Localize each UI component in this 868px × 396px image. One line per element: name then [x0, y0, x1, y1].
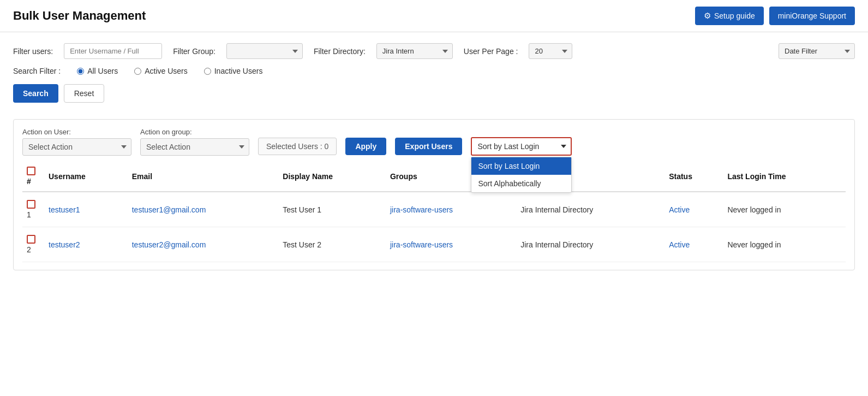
radio-all-users[interactable]: All Users [77, 67, 118, 75]
reset-button[interactable]: Reset [64, 84, 105, 103]
row-username: testuser1 [44, 192, 128, 227]
action-on-group-label: Action on group: [140, 128, 249, 136]
export-users-button[interactable]: Export Users [395, 138, 462, 155]
sort-option-alphabetically[interactable]: Sort Alphabetically [471, 175, 571, 192]
radio-active-users[interactable]: Active Users [134, 67, 188, 75]
actions-top-row: Action on User: Select Action Action on … [22, 127, 846, 156]
user-per-page-label: User Per Page : [464, 47, 518, 56]
search-filter-label: Search Filter : [13, 67, 61, 75]
sort-select[interactable]: Sort by Last Login Sort Alphabetically [471, 137, 572, 156]
row-directory: Jira Internal Directory [516, 227, 665, 262]
radio-input-all[interactable] [77, 68, 84, 75]
radio-label-inactive: Inactive Users [214, 67, 263, 75]
action-on-user-select[interactable]: Select Action [22, 138, 131, 156]
page-title: Bulk User Management [13, 9, 146, 23]
row-status: Active [665, 227, 723, 262]
actions-panel: Action on User: Select Action Action on … [13, 119, 855, 270]
row-last-login: Never logged in [723, 192, 846, 227]
action-on-user-group: Action on User: Select Action [22, 128, 131, 156]
group-link[interactable]: jira-software-users [390, 205, 453, 214]
col-username: Username [44, 161, 128, 192]
group-link[interactable]: jira-software-users [390, 240, 453, 249]
action-on-group-select[interactable]: Select Action [140, 138, 249, 156]
filter-group-select[interactable] [226, 43, 303, 59]
radio-label-active: Active Users [145, 67, 188, 75]
select-all-checkbox[interactable] [27, 167, 35, 175]
col-last-login: Last Login Time [723, 161, 846, 192]
search-buttons-row: Search Reset [13, 84, 855, 103]
row-groups: jira-software-users [386, 227, 516, 262]
user-per-page-select[interactable]: 20 [529, 43, 572, 59]
row-groups: jira-software-users [386, 192, 516, 227]
users-table: # Username Email Display Name Groups Dir… [22, 161, 846, 262]
row-display-name: Test User 1 [278, 192, 386, 227]
filter-directory-select[interactable]: Jira Intern [376, 43, 453, 59]
support-button[interactable]: miniOrange Support [769, 7, 855, 25]
row-username: testuser2 [44, 227, 128, 262]
sort-option-last-login[interactable]: Sort by Last Login [471, 157, 571, 175]
action-on-user-label: Action on User: [22, 128, 131, 136]
sort-container: Sort by Last Login Sort Alphabetically S… [471, 137, 572, 156]
setup-guide-button[interactable]: ⚙ Setup guide [695, 7, 764, 25]
row-num: 2 [27, 245, 31, 254]
table-row: 1 testuser1 testuser1@gmail.com Test Use… [22, 192, 846, 227]
radio-input-inactive[interactable] [204, 68, 211, 75]
row-directory: Jira Internal Directory [516, 192, 665, 227]
filter-directory-label: Filter Directory: [314, 47, 366, 56]
search-button[interactable]: Search [13, 84, 58, 103]
row-checkbox-cell: 2 [22, 227, 44, 262]
username-link[interactable]: testuser1 [49, 205, 80, 214]
col-num-label: # [27, 177, 31, 186]
main-content: Filter users: Filter Group: Filter Direc… [0, 32, 868, 281]
header-buttons: ⚙ Setup guide miniOrange Support [695, 7, 855, 25]
row-num: 1 [27, 210, 31, 219]
row-email: testuser2@gmail.com [128, 227, 279, 262]
col-checkbox: # [22, 161, 44, 192]
col-email: Email [128, 161, 279, 192]
filter-group-label: Filter Group: [173, 47, 215, 56]
row-status: Active [665, 192, 723, 227]
col-display-name: Display Name [278, 161, 386, 192]
username-link[interactable]: testuser2 [49, 240, 80, 249]
radio-inactive-users[interactable]: Inactive Users [204, 67, 263, 75]
action-on-group-group: Action on group: Select Action [140, 128, 249, 156]
search-filter-row: Search Filter : All Users Active Users I… [13, 67, 855, 75]
gear-icon: ⚙ [704, 11, 711, 21]
sort-dropdown: Sort by Last Login Sort Alphabetically [471, 157, 572, 193]
filter-users-input[interactable] [64, 43, 162, 59]
col-status: Status [665, 161, 723, 192]
table-header: # Username Email Display Name Groups Dir… [22, 161, 846, 192]
row-email: testuser1@gmail.com [128, 192, 279, 227]
table-row: 2 testuser2 testuser2@gmail.com Test Use… [22, 227, 846, 262]
row-last-login: Never logged in [723, 227, 846, 262]
filter-row: Filter users: Filter Group: Filter Direc… [13, 43, 855, 59]
apply-button[interactable]: Apply [345, 138, 386, 155]
radio-input-active[interactable] [134, 68, 141, 75]
radio-label-all: All Users [87, 67, 118, 75]
email-link[interactable]: testuser2@gmail.com [132, 240, 206, 249]
users-table-wrapper: # Username Email Display Name Groups Dir… [22, 161, 846, 262]
filter-users-label: Filter users: [13, 47, 53, 56]
row-checkbox[interactable] [27, 200, 35, 209]
selected-users-badge: Selected Users : 0 [258, 138, 337, 155]
header: Bulk User Management ⚙ Setup guide miniO… [0, 0, 868, 32]
date-filter-select[interactable]: Date Filter [779, 43, 855, 59]
row-checkbox-cell: 1 [22, 192, 44, 227]
row-checkbox[interactable] [27, 235, 35, 244]
email-link[interactable]: testuser1@gmail.com [132, 205, 206, 214]
row-display-name: Test User 2 [278, 227, 386, 262]
table-body: 1 testuser1 testuser1@gmail.com Test Use… [22, 192, 846, 262]
